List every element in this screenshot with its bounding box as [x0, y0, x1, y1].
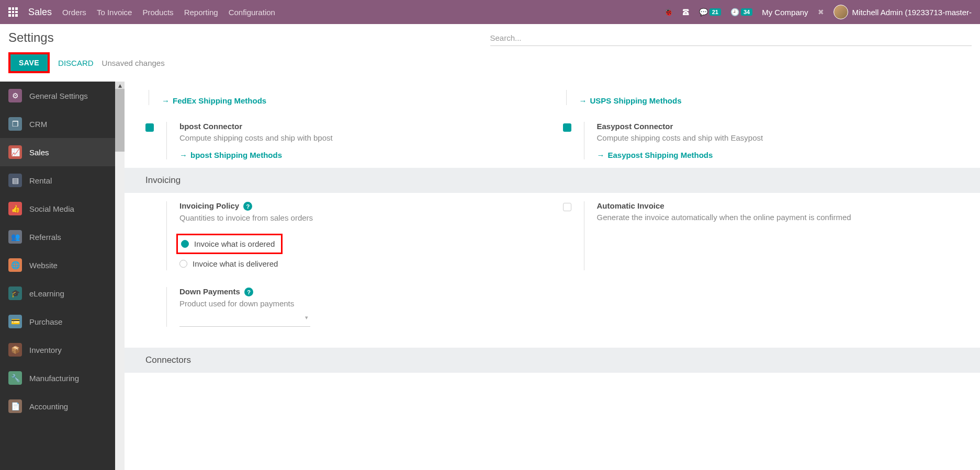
scroll-thumb[interactable]	[115, 89, 125, 152]
apps-icon[interactable]	[8, 7, 18, 17]
search-input[interactable]	[490, 33, 972, 42]
user-menu[interactable]: Mitchell Admin (19233713-master-	[833, 5, 972, 19]
sidebar-icon: 📈	[8, 145, 22, 159]
fedex-link[interactable]: FedEx Shipping Methods	[162, 96, 542, 105]
sidebar-item-label: Purchase	[29, 317, 62, 326]
invoicing-header: Invoicing	[125, 168, 980, 193]
discard-button[interactable]: DISCARD	[56, 59, 96, 67]
invoicing-policy-title: Invoicing Policy ?	[179, 201, 542, 211]
sidebar-item-label: CRM	[29, 120, 47, 129]
save-highlight: SAVE	[8, 52, 50, 73]
messages-badge: 21	[709, 8, 721, 16]
sidebar-icon: ⚙	[8, 89, 22, 102]
page-title: Settings	[8, 30, 490, 45]
support-icon[interactable]: 🕿	[682, 8, 690, 16]
radio-ordered-dot[interactable]	[181, 240, 189, 248]
auto-invoice-checkbox[interactable]	[563, 203, 571, 211]
sidebar-icon: 🌐	[8, 258, 22, 272]
activities-icon[interactable]: 🕘34	[730, 8, 752, 16]
connectors-header: Connectors	[125, 348, 980, 373]
sidebar-item-general-settings[interactable]: ⚙General Settings	[0, 82, 115, 110]
sidebar-item-label: Manufacturing	[29, 374, 79, 383]
tools-icon[interactable]: ✖	[818, 8, 824, 16]
messages-icon[interactable]: 💬21	[699, 8, 721, 16]
search-bar[interactable]	[490, 30, 972, 46]
app-brand[interactable]: Sales	[28, 7, 52, 18]
company-selector[interactable]: My Company	[762, 8, 808, 17]
nav-to-invoice[interactable]: To Invoice	[97, 8, 132, 17]
scroll-up-icon[interactable]: ▴	[115, 82, 125, 89]
radio-delivered[interactable]: Invoice what is delivered	[179, 257, 542, 270]
sidebar-icon: 👍	[8, 202, 22, 215]
down-payments-title: Down Payments ?	[179, 287, 542, 297]
easypost-link[interactable]: Easypost Shipping Methods	[597, 151, 960, 159]
radio-ordered-label: Invoice what is ordered	[194, 239, 275, 248]
avatar	[833, 5, 848, 19]
sidebar-item-label: Website	[29, 261, 58, 270]
sidebar-item-social-media[interactable]: 👍Social Media	[0, 194, 115, 223]
nav-reporting[interactable]: Reporting	[184, 8, 218, 17]
invoicing-policy-label: Invoicing Policy	[179, 201, 239, 210]
top-navbar: Sales Orders To Invoice Products Reporti…	[0, 0, 980, 24]
radio-delivered-label: Invoice what is delivered	[193, 259, 278, 268]
bpost-link[interactable]: bpost Shipping Methods	[179, 151, 542, 159]
save-button[interactable]: SAVE	[10, 54, 48, 71]
nav-orders[interactable]: Orders	[62, 8, 86, 17]
action-buttons: SAVE DISCARD Unsaved changes	[0, 46, 980, 82]
sidebar-item-label: Sales	[29, 148, 49, 157]
easypost-title: Easypost Connector	[597, 122, 960, 131]
easypost-desc: Compute shipping costs and ship with Eas…	[597, 132, 960, 144]
activities-badge: 34	[741, 8, 752, 16]
radio-highlight: Invoice what is ordered	[176, 234, 283, 254]
sidebar-item-label: Social Media	[29, 204, 74, 213]
sidebar-item-label: Inventory	[29, 346, 62, 354]
bug-icon[interactable]: 🐞	[664, 8, 673, 16]
sidebar-item-accounting[interactable]: 📄Accounting	[0, 392, 115, 420]
sidebar-icon: 🔧	[8, 371, 22, 385]
sidebar-icon: 📦	[8, 343, 22, 357]
sidebar-item-inventory[interactable]: 📦Inventory	[0, 336, 115, 364]
sidebar-icon: 💳	[8, 315, 22, 328]
sidebar-item-purchase[interactable]: 💳Purchase	[0, 307, 115, 336]
sidebar-item-label: Referrals	[29, 233, 61, 242]
control-panel: Settings	[0, 24, 980, 46]
radio-ordered[interactable]: Invoice what is ordered	[181, 237, 275, 250]
sidebar-item-rental[interactable]: ▤Rental	[0, 166, 115, 194]
easypost-checkbox[interactable]	[563, 123, 571, 132]
down-payments-dropdown[interactable]	[179, 313, 310, 327]
sidebar-icon: 📄	[8, 399, 22, 413]
help-icon[interactable]: ?	[244, 288, 253, 296]
sidebar-item-website[interactable]: 🌐Website	[0, 251, 115, 279]
sidebar-item-label: Accounting	[29, 402, 68, 411]
radio-delivered-dot[interactable]	[179, 260, 187, 268]
settings-sidebar: ⚙General Settings❐CRM📈Sales▤Rental👍Socia…	[0, 82, 115, 470]
auto-invoice-title: Automatic Invoice	[597, 201, 960, 210]
sidebar-item-referrals[interactable]: 👥Referrals	[0, 223, 115, 251]
sidebar-item-label: Rental	[29, 176, 52, 185]
sidebar-item-manufacturing[interactable]: 🔧Manufacturing	[0, 364, 115, 392]
sidebar-icon: 👥	[8, 230, 22, 244]
sidebar-item-label: eLearning	[29, 289, 64, 298]
nav-configuration[interactable]: Configuration	[229, 8, 275, 17]
bpost-title: bpost Connector	[179, 122, 542, 131]
sidebar-item-elearning[interactable]: 🎓eLearning	[0, 279, 115, 307]
invoicing-policy-desc: Quantities to invoice from sales orders	[179, 212, 542, 224]
auto-invoice-desc: Generate the invoice automatically when …	[597, 212, 960, 224]
settings-content: FedEx Shipping Methods USPS Shipping Met…	[125, 82, 980, 470]
sidebar-item-crm[interactable]: ❐CRM	[0, 110, 115, 138]
nav-products[interactable]: Products	[142, 8, 173, 17]
sidebar-item-sales[interactable]: 📈Sales	[0, 138, 115, 166]
unsaved-label: Unsaved changes	[102, 59, 165, 67]
user-name: Mitchell Admin (19233713-master-	[852, 8, 972, 17]
sidebar-icon: ▤	[8, 174, 22, 187]
sidebar-item-label: General Settings	[29, 91, 88, 100]
down-payments-desc: Product used for down payments	[179, 298, 542, 310]
usps-link[interactable]: USPS Shipping Methods	[579, 96, 960, 105]
scrollbar[interactable]: ▴	[115, 82, 125, 470]
bpost-desc: Compute shipping costs and ship with bpo…	[179, 132, 542, 144]
down-payments-label: Down Payments	[179, 287, 240, 296]
bpost-checkbox[interactable]	[145, 123, 154, 132]
sidebar-icon: 🎓	[8, 286, 22, 300]
sidebar-icon: ❐	[8, 117, 22, 131]
help-icon[interactable]: ?	[243, 202, 252, 211]
